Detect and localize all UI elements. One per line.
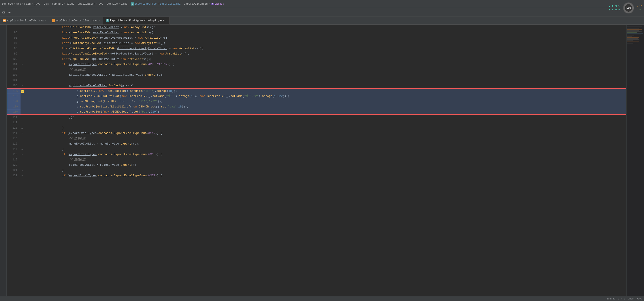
breadcrumb-cloud[interactable]: cloud [66, 2, 74, 6]
perf-net-up: ▲ 1.6k/s [609, 5, 620, 8]
breadcrumb-lambda[interactable]: Lambda [214, 2, 224, 6]
tab-icon-applicationexcelvo: VO [3, 19, 6, 22]
breadcrumb-main[interactable]: main [24, 2, 31, 6]
tab-close-applicationcontroller[interactable]: ✕ [99, 20, 100, 22]
perf-ok: ✓ 5 [636, 8, 642, 11]
fold-arrow-113[interactable]: ▲ [22, 127, 23, 129]
code-line-103: 103 applicationExcelVOList = application… [6, 72, 626, 78]
breadcrumb-service[interactable]: service [106, 2, 118, 6]
cpu-percent: 54% [626, 6, 631, 10]
status-encoding: UTF-8 [618, 298, 625, 300]
tab-icon-applicationcontroller: C [52, 19, 55, 22]
perf-net-down: ▼ 1.1k/s [609, 8, 620, 11]
breadcrumb-project[interactable]: ion-svc [2, 2, 13, 6]
fold-arrow-105[interactable]: ▼ [22, 84, 23, 87]
toolbar: — [0, 8, 644, 17]
fold-arrow-118[interactable]: ▼ [22, 153, 23, 156]
breadcrumb-src[interactable]: src [16, 2, 21, 6]
fold-arrow-122[interactable]: ▼ [22, 174, 23, 177]
code-area[interactable]: List<RoleExcelVO> roleExcelVOList = new … [6, 25, 644, 301]
breadcrumb-method[interactable]: exportAllConfig [184, 2, 208, 6]
status-bar: 106:49 UTF-8 CRLF Java [0, 296, 644, 301]
breadcrumb-application[interactable]: application [78, 2, 95, 6]
svg-text:m: m [132, 3, 133, 6]
fold-arrow-117[interactable]: ▲ [22, 148, 23, 150]
tab-exportimportconfigserviceimpl[interactable]: S ExportImportConfigServiceImpl.java ✕ [103, 17, 170, 24]
code-line-122: 122 ▼ if (exportExcelTypes.contains(Expo… [6, 173, 626, 178]
fold-arrow-114[interactable]: ▼ [22, 132, 23, 134]
tab-applicationexcelvo[interactable]: VO ApplicationExcelVO.java ✕ [0, 17, 49, 24]
minimap[interactable] [626, 25, 644, 301]
bulb-icon-106[interactable]: 💡 [21, 90, 24, 93]
tab-label-applicationexcelvo: ApplicationExcelVO.java [7, 19, 44, 22]
breadcrumb-java[interactable]: java [34, 2, 40, 6]
perf-warn: ⚠ 15 [636, 5, 642, 8]
breadcrumb-class-icon: m [131, 2, 134, 6]
code-line-111: 111 }); [6, 115, 626, 120]
breadcrumb-com[interactable]: com [44, 2, 48, 6]
performance-meter: ▲ 1.6k/s ▼ 1.1k/s 54% ⚠ 15 ✓ 5 [609, 2, 642, 14]
tab-icon-exportimportconfigserviceimpl: S [106, 19, 109, 22]
left-gutter [0, 25, 6, 301]
tab-close-applicationexcelvo[interactable]: ✕ [45, 20, 46, 22]
breadcrumb-bar: ion-svc › src › main › java › com › toph… [0, 0, 644, 8]
fold-arrow-101[interactable]: ▼ [22, 63, 23, 66]
tab-label-exportimportconfigserviceimpl: ExportImportConfigServiceImpl.java [110, 19, 164, 22]
fold-arrow-121[interactable]: ▲ [22, 169, 23, 172]
editor-container: List<RoleExcelVO> roleExcelVOList = new … [0, 25, 644, 301]
breadcrumb-tophant[interactable]: tophant [52, 2, 63, 6]
tab-label-applicationcontroller: ApplicationController.java [56, 19, 98, 22]
breadcrumb-impl[interactable]: impl [121, 2, 128, 6]
breadcrumb-class[interactable]: ExportImportConfigServiceImpl [134, 2, 180, 6]
svg-point-4 [3, 12, 4, 13]
breadcrumb-lambda-icon: λ [211, 2, 214, 6]
svg-text:λ: λ [212, 3, 213, 6]
tab-applicationcontroller[interactable]: C ApplicationController.java ✕ [49, 17, 103, 24]
status-lang: Java [636, 298, 642, 300]
toolbar-minimize-btn[interactable]: — [7, 10, 12, 15]
status-position: 106:49 [607, 298, 616, 300]
toolbar-settings-btn[interactable] [1, 10, 6, 15]
tab-bar: VO ApplicationExcelVO.java ✕ C Applicati… [0, 17, 644, 25]
breadcrumb-svc[interactable]: svc [99, 2, 104, 6]
tab-close-exportimportconfigserviceimpl[interactable]: ✕ [166, 19, 167, 22]
status-line-sep: CRLF [628, 298, 634, 300]
